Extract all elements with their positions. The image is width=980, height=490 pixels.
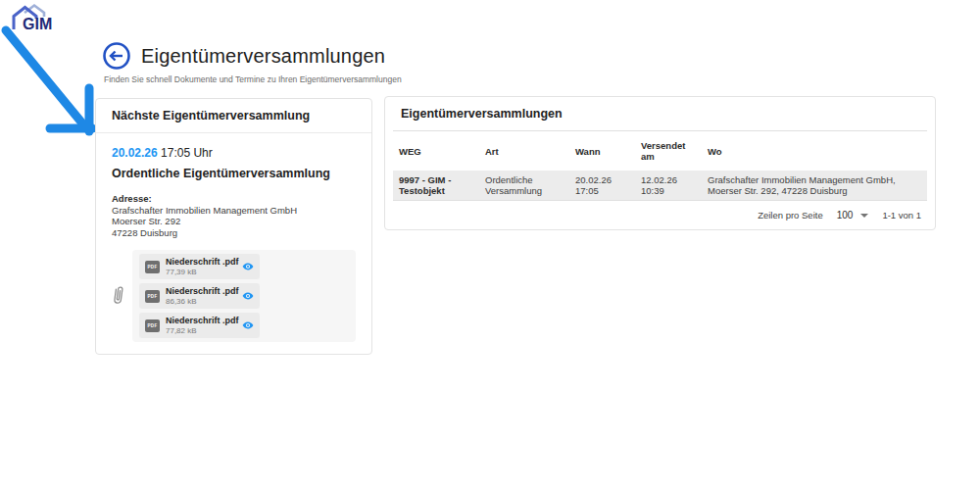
pdf-icon: PDF [145,261,160,273]
cell-art: Ordentliche Versammlung [479,171,569,200]
meeting-type: Ordentliche Eigentümerversammlung [112,167,356,180]
attachments-panel: PDF Niederschrift .pdf 77,39 kB PDF [132,250,356,342]
attachment-name: Niederschrift .pdf [166,286,236,296]
pagination: Zeilen pro Seite 100 1-1 von 1 [393,200,927,229]
gim-house-icon: GIM [8,3,67,32]
column-header-wo: Wo [702,131,927,171]
back-button[interactable] [102,41,131,71]
rows-per-page-select[interactable]: 100 [837,210,869,220]
column-header-weg: WEG [393,131,479,171]
pdf-icon: PDF [145,319,160,332]
cell-weg: 9997 - GIM - Testobjekt [393,171,479,200]
next-meeting-card: Nächste Eigentümerversammlung 20.02.26 1… [95,98,372,355]
page-subtitle: Finden Sie schnell Dokumente und Termine… [104,74,514,84]
attachment-size: 77,82 kB [166,326,236,335]
chevron-down-icon [860,214,868,218]
table-header-row: WEG Art Wann Versendet am Wo [393,131,927,171]
eye-icon [242,319,254,331]
eye-icon [242,290,254,302]
annotation-arrow [0,25,102,139]
cell-wo: Grafschafter Immobilien Management GmbH,… [702,171,927,200]
attachment-chip[interactable]: PDF Niederschrift .pdf 77,39 kB [139,254,260,279]
pagination-range: 1-1 von 1 [882,210,921,220]
column-header-versendet: Versendet am [635,131,702,171]
arrow-back-icon [102,41,131,71]
attachment-chip[interactable]: PDF Niederschrift .pdf 77,82 kB [139,313,260,338]
page-header: Eigentümerversammlungen Finden Sie schne… [102,41,514,84]
address-line: Grafschafter Immobilien Management GmbH [112,205,356,217]
attachment-meta: Niederschrift .pdf 77,82 kB [166,316,236,335]
rows-per-page-value: 100 [837,210,854,220]
cell-versendet: 12.02.26 10:39 [635,171,702,200]
attachment-size: 86,36 kB [166,297,236,306]
attachment-chip[interactable]: PDF Niederschrift .pdf 86,36 kB [139,283,260,309]
address-line: 47228 Duisburg [112,227,356,239]
attachment-meta: Niederschrift .pdf 86,36 kB [166,286,236,306]
meeting-date: 20.02.26 [112,146,158,160]
meetings-card-title: Eigentümerversammlungen [385,97,935,130]
column-header-art: Art [479,131,569,171]
attachment-name: Niederschrift .pdf [166,316,236,325]
meetings-card: Eigentümerversammlungen WEG Art Wann Ver… [384,96,936,230]
meeting-address: Adresse: Grafschafter Immobilien Managem… [112,193,356,238]
next-meeting-card-title: Nächste Eigentümerversammlung [96,99,371,133]
cell-wann: 20.02.26 17:05 [569,171,635,200]
paperclip-icon [112,284,125,308]
logo-text: GIM [23,16,52,32]
attachment-meta: Niederschrift .pdf 77,39 kB [166,257,236,276]
table-row[interactable]: 9997 - GIM - Testobjekt Ordentliche Vers… [393,171,927,200]
page-title: Eigentümerversammlungen [141,45,385,68]
attachments-section: PDF Niederschrift .pdf 77,39 kB PDF [112,250,356,342]
preview-button[interactable] [242,290,254,302]
meeting-datetime: 20.02.26 17:05 Uhr [112,146,356,160]
preview-button[interactable] [242,319,254,331]
rows-per-page-label: Zeilen pro Seite [758,210,823,220]
meetings-table: WEG Art Wann Versendet am Wo 9997 - GIM … [393,130,927,229]
eye-icon [242,261,254,272]
column-header-wann: Wann [569,131,635,171]
address-line: Moerser Str. 292 [112,216,356,227]
meeting-time: 17:05 Uhr [161,146,213,160]
preview-button[interactable] [242,261,254,272]
pdf-icon: PDF [145,290,160,303]
address-label: Adresse: [112,193,356,205]
gim-logo[interactable]: GIM [8,3,67,32]
attachment-size: 77,39 kB [166,268,236,276]
attachment-name: Niederschrift .pdf [166,257,236,267]
